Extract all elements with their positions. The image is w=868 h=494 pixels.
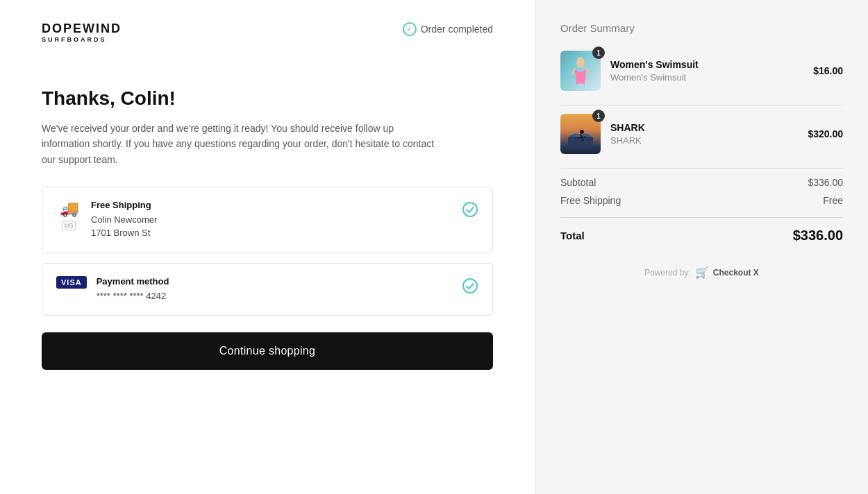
shipping-row: Free Shipping Free: [560, 195, 843, 206]
left-panel: DOPEWIND SURFBOARDS ✓ Order completed Th…: [0, 0, 535, 494]
order-item-swimsuit: 1 Women's Swimsuit Women's Swimsuit $16.…: [560, 51, 843, 91]
subtotal-value: $336.00: [808, 177, 843, 188]
brand-sub: SURFBOARDS: [42, 36, 122, 43]
subtotal-label: Subtotal: [560, 177, 596, 188]
shark-sub: SHARK: [610, 135, 645, 146]
checkout-brand: Checkout X: [713, 268, 759, 278]
swimsuit-img-wrap: 1: [560, 51, 601, 91]
swimsuit-price: $16.00: [813, 65, 843, 76]
shark-info: SHARK SHARK: [610, 122, 645, 146]
visa-badge: VISA: [56, 276, 87, 289]
svg-point-0: [463, 203, 477, 216]
right-panel: Order Summary 1 Women's Swimsuit Women's…: [535, 0, 868, 494]
svg-line-3: [572, 68, 575, 75]
svg-point-2: [576, 57, 585, 68]
shark-price: $320.00: [808, 128, 843, 139]
payment-details: Payment method **** **** **** 4242: [97, 276, 169, 303]
truck-icon: 🚚: [60, 200, 78, 218]
checkout-icon: 🛒: [695, 266, 709, 279]
payment-check-icon: [462, 278, 478, 298]
swimsuit-qty-badge: 1: [592, 46, 605, 59]
shark-img-wrap: 1: [560, 114, 601, 154]
total-value: $336.00: [793, 228, 843, 244]
powered-by-text: Powered by:: [644, 268, 691, 278]
total-label: Total: [560, 230, 585, 241]
svg-rect-5: [568, 137, 593, 146]
shark-qty-badge: 1: [592, 110, 605, 122]
shipping-label: Free Shipping: [560, 195, 621, 206]
payment-card-left: VISA Payment method **** **** **** 4242: [56, 276, 169, 303]
subtotal-row: Subtotal $336.00: [560, 177, 843, 188]
header-row: DOPEWIND SURFBOARDS ✓ Order completed: [42, 22, 493, 71]
order-item-shark: 1 SHARK SHARK $320.00: [560, 114, 843, 154]
svg-line-4: [586, 68, 589, 75]
item-left-swimsuit: 1 Women's Swimsuit Women's Swimsuit: [560, 51, 699, 91]
payment-card: VISA Payment method **** **** **** 4242: [42, 263, 493, 316]
order-summary-title: Order Summary: [560, 22, 843, 34]
item-left-shark: 1 SHARK SHARK: [560, 114, 645, 154]
country-code: US: [62, 221, 76, 230]
shipping-card-left: 🚚 US Free Shipping Colin Newcomer 1701 B…: [56, 200, 157, 240]
shipping-details: Free Shipping Colin Newcomer 1701 Brown …: [91, 200, 157, 240]
order-complete-icon: ✓: [403, 22, 417, 36]
swimsuit-name: Women's Swimsuit: [610, 59, 699, 70]
payment-title: Payment method: [97, 276, 169, 287]
shipping-address: 1701 Brown St: [91, 226, 157, 240]
order-status-text: Order completed: [421, 24, 493, 35]
thanks-heading: Thanks, Colin!: [42, 87, 493, 110]
shipping-card: 🚚 US Free Shipping Colin Newcomer 1701 B…: [42, 187, 493, 253]
svg-point-6: [580, 130, 584, 134]
swimsuit-info: Women's Swimsuit Women's Swimsuit: [610, 59, 699, 83]
logo-area: DOPEWIND SURFBOARDS: [42, 22, 122, 43]
swimsuit-sub: Women's Swimsuit: [610, 72, 699, 83]
powered-by-bar: Powered by: 🛒 Checkout X: [560, 266, 843, 279]
item-divider-1: [560, 105, 843, 105]
svg-point-1: [463, 279, 477, 293]
shipping-icon-area: 🚚 US: [56, 200, 81, 230]
order-status-bar: ✓ Order completed: [403, 22, 493, 36]
shipping-check-icon: [462, 201, 478, 222]
payment-icon-area: VISA: [56, 276, 87, 289]
shark-name: SHARK: [610, 122, 645, 133]
total-row: Total $336.00: [560, 217, 843, 244]
continue-shopping-button[interactable]: Continue shopping: [42, 332, 493, 370]
payment-card-number: **** **** **** 4242: [97, 289, 169, 303]
shipping-title: Free Shipping: [91, 200, 157, 210]
item-divider-2: [560, 168, 843, 169]
shipping-name: Colin Newcomer: [91, 213, 157, 227]
shipping-value: Free: [823, 195, 843, 206]
confirmation-text: We've received your order and we're gett…: [42, 121, 444, 167]
brand-name: DOPEWIND: [42, 22, 122, 36]
